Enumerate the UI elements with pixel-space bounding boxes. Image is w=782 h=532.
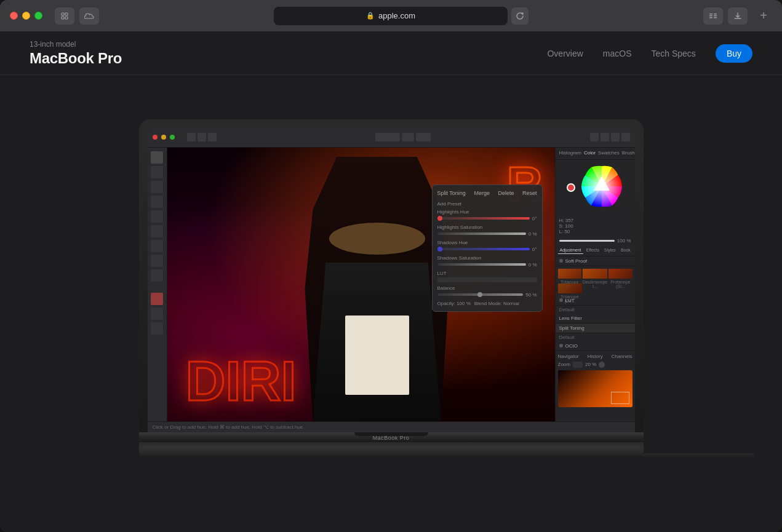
effect-label-ocio: OCIO: [565, 343, 578, 349]
effect-ocio[interactable]: OCIO: [556, 341, 635, 351]
opacity-value: 100 %: [617, 238, 631, 244]
tool-select[interactable]: [151, 151, 163, 164]
nav-link-tech-specs[interactable]: Tech Specs: [652, 49, 696, 58]
effect-lens-filter[interactable]: Lens Filter: [556, 314, 635, 324]
shirt: [345, 316, 409, 395]
neon-bg-text-2: DIRI: [186, 354, 297, 409]
color-wheel-container: [580, 165, 623, 210]
app-tool-icon-8[interactable]: [611, 133, 620, 141]
histogram-area: Histogram Color Swatches Brushes: [556, 148, 635, 160]
fullscreen-button[interactable]: [34, 12, 42, 20]
svg-rect-4: [709, 14, 712, 15]
app-screenshot: R DIRI: [148, 128, 635, 432]
buy-button[interactable]: Buy: [716, 44, 752, 63]
tool-text[interactable]: [151, 308, 163, 320]
color-swatch[interactable]: [567, 183, 575, 192]
st-balance-label: Balance: [437, 285, 537, 291]
opacity-row: 100 %: [556, 237, 635, 245]
zoom-value: 20 %: [585, 362, 596, 367]
nav-link-overview[interactable]: Overview: [547, 49, 583, 58]
effect-label-1: Soft Proof: [565, 258, 588, 264]
app-tool-icon-9[interactable]: [621, 133, 630, 141]
zoom-label: Zoom: [558, 362, 570, 367]
tool-radial[interactable]: [151, 240, 163, 252]
hist-tab-color[interactable]: Color: [584, 150, 596, 156]
cv-l-label: L: 50: [559, 229, 570, 234]
tool-gradient[interactable]: [151, 225, 163, 237]
histogram-tabs: Histogram Color Swatches Brushes: [559, 150, 631, 156]
color-wheel-svg[interactable]: [580, 165, 623, 208]
st-hl-hue-slider[interactable]: [437, 217, 530, 220]
st-merge[interactable]: Merge: [474, 190, 490, 196]
traffic-lights: [10, 12, 42, 20]
right-panel: Histogram Color Swatches Brushes: [555, 148, 635, 421]
adj-tab-styles[interactable]: Styles: [602, 247, 618, 254]
navigator-label: Navigator: [558, 354, 579, 359]
st-delete[interactable]: Delete: [498, 190, 514, 196]
adj-tab-book[interactable]: Book: [619, 247, 632, 254]
app-tool-icon-5[interactable]: [416, 133, 431, 141]
app-minimize-dot: [161, 135, 166, 140]
tool-blur[interactable]: [151, 255, 163, 267]
effect-label-st: Split Toning: [559, 325, 585, 331]
tool-transform[interactable]: [151, 269, 163, 282]
tool-crop[interactable]: [151, 166, 163, 178]
adj-tab-adjustment[interactable]: Adjustment: [558, 247, 583, 254]
tool-clone[interactable]: [151, 196, 163, 208]
adj-tab-effects[interactable]: Effects: [585, 247, 601, 254]
thumb-3[interactable]: Protanope (Si...: [608, 269, 632, 279]
minimize-button[interactable]: [22, 12, 30, 20]
reader-button[interactable]: [703, 7, 723, 25]
opacity-fill: [559, 240, 615, 242]
effect-soft-proof[interactable]: Soft Proof: [556, 256, 635, 266]
st-reset[interactable]: Reset: [522, 190, 537, 196]
tool-vector[interactable]: [151, 322, 163, 335]
hist-tab-histogram[interactable]: Histogram: [559, 150, 581, 156]
url-input[interactable]: 🔒 apple.com: [274, 7, 508, 25]
thumb-4[interactable]: Tritanope (Dif...: [558, 284, 582, 293]
st-opacity-label: Opacity: 100 %: [437, 301, 471, 306]
app-toolbar-group-center: [375, 133, 431, 141]
cv-h-row: H: 357: [559, 218, 631, 223]
st-hl-sat-slider[interactable]: [437, 232, 526, 235]
st-shadows-sat-row: Shadows Saturation 0 %: [437, 255, 537, 268]
close-button[interactable]: [10, 12, 18, 20]
thumb-2[interactable]: Deuteranope I...: [583, 269, 607, 279]
add-tab-button[interactable]: +: [755, 7, 772, 25]
icloud-button[interactable]: [79, 7, 99, 25]
zoom-fit-button[interactable]: [599, 362, 605, 368]
zoom-input[interactable]: [573, 362, 583, 368]
tool-brush[interactable]: [151, 181, 163, 193]
svg-rect-9: [714, 17, 717, 18]
st-balance-slider[interactable]: [437, 293, 524, 296]
app-tool-icon-4[interactable]: [402, 133, 414, 141]
app-tool-icon-2[interactable]: [197, 133, 206, 141]
st-sh-sat-slider[interactable]: [437, 263, 526, 266]
app-toolbar-group-1: [187, 133, 217, 141]
tool-color[interactable]: [151, 293, 163, 305]
app-tool-icon-1[interactable]: [187, 133, 196, 141]
effect-dot-1: [559, 259, 563, 263]
app-toolbar-center[interactable]: [375, 133, 400, 141]
effect-lut[interactable]: LUT: [556, 296, 635, 306]
cv-h-label: H: 357: [559, 218, 574, 223]
st-sh-hue-slider[interactable]: [437, 248, 530, 250]
app-tool-icon-7[interactable]: [600, 133, 609, 141]
hist-tab-swatches[interactable]: Swatches: [598, 150, 620, 156]
thumb-1[interactable]: Tritanope (D...: [558, 269, 581, 279]
hist-tab-brushes[interactable]: Brushes: [622, 150, 635, 156]
show-tab-overview-button[interactable]: [55, 7, 74, 25]
nav-viewport-indicator[interactable]: [611, 392, 629, 404]
macbook-base: MacBook Pro: [139, 432, 644, 442]
adjustment-tabs: Adjustment Effects Styles Book: [556, 245, 635, 256]
app-tool-icon-6[interactable]: [590, 133, 599, 141]
app-tool-icon-3[interactable]: [208, 133, 217, 141]
tool-heal[interactable]: [151, 210, 163, 223]
nav-link-macos[interactable]: macOS: [603, 49, 632, 58]
effect-split-toning[interactable]: Split Toning: [556, 324, 635, 333]
reload-button[interactable]: [511, 7, 529, 25]
st-blend-label: Blend Mode: Normal: [474, 301, 519, 306]
effect-default-2: Default: [556, 333, 635, 341]
download-button[interactable]: [728, 7, 748, 25]
st-sh-sat-value: 0 %: [529, 262, 537, 268]
